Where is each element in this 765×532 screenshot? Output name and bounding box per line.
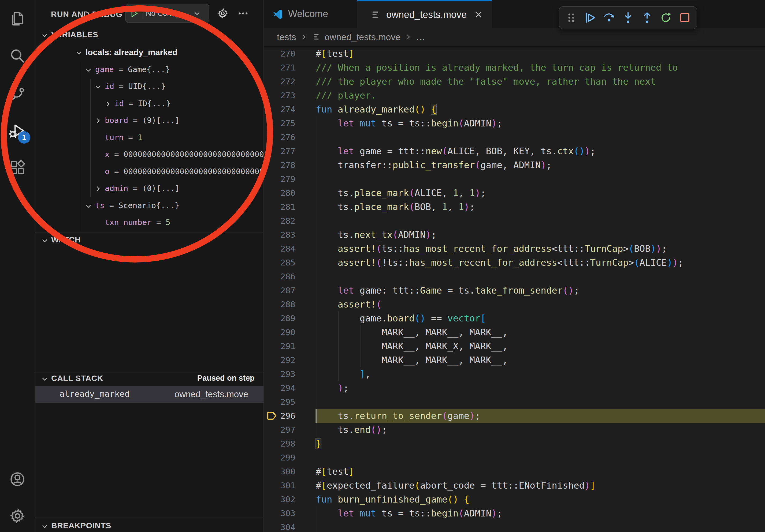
- variable-row[interactable]: game = Game{...}: [35, 62, 264, 79]
- call-stack-frame[interactable]: already_markedowned_tests.move: [35, 386, 264, 402]
- variable-row[interactable]: id = UID{...}: [35, 79, 264, 95]
- code-line[interactable]: }: [316, 437, 321, 450]
- code-line[interactable]: #[test]: [316, 464, 354, 478]
- code-line[interactable]: assert!(!ts::has_most_recent_for_address…: [316, 256, 683, 269]
- line-number[interactable]: 299: [264, 450, 296, 464]
- tab-welcome[interactable]: Welcome: [264, 0, 357, 28]
- code-editor[interactable]: 270#[test]271/// When a position is alre…: [264, 46, 765, 532]
- line-number[interactable]: 290: [264, 325, 296, 339]
- line-number[interactable]: 294: [264, 381, 296, 395]
- code-line[interactable]: #[test]: [316, 47, 354, 61]
- breadcrumb-item[interactable]: owned_tests.move: [325, 32, 401, 42]
- line-number[interactable]: 289: [264, 311, 296, 325]
- code-line[interactable]: ts.place_mark(ALICE, 1, 1);: [316, 186, 486, 200]
- line-number[interactable]: 286: [264, 269, 296, 283]
- line-number[interactable]: 300: [264, 464, 296, 478]
- line-number[interactable]: 295: [264, 395, 296, 409]
- code-line[interactable]: ts.next_tx(ADMIN);: [316, 228, 436, 242]
- line-number[interactable]: 281: [264, 200, 296, 214]
- close-icon[interactable]: [474, 10, 483, 20]
- line-number[interactable]: 288: [264, 297, 296, 311]
- more-actions-icon[interactable]: [237, 8, 249, 19]
- watch-section-header[interactable]: WATCH: [35, 233, 264, 248]
- line-number[interactable]: 293: [264, 367, 296, 381]
- code-line[interactable]: /// player.: [316, 89, 376, 102]
- line-number[interactable]: 279: [264, 172, 296, 186]
- scope-row[interactable]: locals: already_marked: [35, 45, 264, 61]
- variable-row[interactable]: id = ID{...}: [35, 96, 264, 113]
- code-line[interactable]: let mut ts = ts::begin(ADMIN);: [316, 116, 502, 130]
- line-number[interactable]: 274: [264, 102, 296, 116]
- line-number[interactable]: 282: [264, 214, 296, 228]
- line-number[interactable]: 304: [264, 520, 296, 532]
- debug-settings-gear-icon[interactable]: [217, 8, 229, 19]
- call-stack-section-header[interactable]: CALL STACK Paused on step: [35, 371, 264, 386]
- line-number[interactable]: 275: [264, 116, 296, 130]
- code-line[interactable]: ts.end();: [316, 423, 387, 437]
- activity-item-settings-gear[interactable]: [9, 507, 26, 524]
- code-line[interactable]: /// When a position is already marked, t…: [316, 61, 678, 75]
- line-number[interactable]: 285: [264, 256, 296, 269]
- debug-config-dropdown[interactable]: No Configurations: [125, 4, 209, 23]
- line-number[interactable]: 298: [264, 437, 296, 450]
- debug-stop-button[interactable]: [678, 11, 692, 25]
- variable-row[interactable]: txn_number = 5: [35, 215, 264, 231]
- line-number[interactable]: 270: [264, 47, 296, 61]
- tab-owned-tests-move[interactable]: owned_tests.move: [357, 0, 492, 28]
- activity-item-account[interactable]: [9, 471, 26, 488]
- line-number[interactable]: 278: [264, 158, 296, 172]
- variable-row[interactable]: x = 000000000000000000000000000000000…: [35, 146, 264, 163]
- line-number[interactable]: 291: [264, 339, 296, 353]
- line-number[interactable]: 271: [264, 61, 296, 75]
- debug-step-over-button[interactable]: [602, 11, 616, 25]
- line-number[interactable]: 280: [264, 186, 296, 200]
- debug-restart-button[interactable]: [659, 11, 673, 25]
- code-line[interactable]: transfer::public_transfer(game, ADMIN);: [316, 158, 552, 172]
- activity-item-run-and-debug[interactable]: 1: [9, 122, 26, 139]
- code-line[interactable]: #[expected_failure(abort_code = ttt::ENo…: [316, 478, 596, 492]
- variable-row[interactable]: admin = (0)[...]: [35, 180, 264, 197]
- variables-section-header[interactable]: VARIABLES: [35, 28, 264, 43]
- code-line[interactable]: assert!(: [316, 297, 382, 311]
- code-line[interactable]: MARK__, MARK__, MARK__,: [316, 325, 508, 339]
- line-number[interactable]: 273: [264, 89, 296, 102]
- code-line[interactable]: game.board() == vector[: [316, 311, 486, 325]
- breadcrumb-item[interactable]: tests: [277, 32, 296, 42]
- line-number[interactable]: 283: [264, 228, 296, 242]
- debug-step-out-button[interactable]: [640, 11, 654, 25]
- line-number[interactable]: 303: [264, 506, 296, 520]
- code-line[interactable]: /// the player who made the "false" move…: [316, 75, 656, 89]
- breadcrumb-item[interactable]: …: [416, 32, 425, 42]
- variable-row[interactable]: ts = Scenario{...}: [35, 198, 264, 215]
- code-line[interactable]: fun already_marked() {: [316, 102, 436, 116]
- code-line[interactable]: let game: ttt::Game = ts.take_from_sende…: [316, 283, 579, 297]
- activity-item-explorer[interactable]: [9, 10, 26, 27]
- code-line[interactable]: ts.place_mark(BOB, 1, 1);: [316, 200, 475, 214]
- debug-step-into-button[interactable]: [621, 11, 635, 25]
- debug-drag-handle-button[interactable]: [564, 11, 578, 25]
- code-line[interactable]: fun burn_unfinished_game() {: [316, 492, 469, 506]
- line-number[interactable]: 297: [264, 423, 296, 437]
- variable-row[interactable]: o = 000000000000000000000000000000000…: [35, 164, 264, 180]
- start-debug-icon[interactable]: [129, 8, 139, 19]
- activity-item-source-control[interactable]: [9, 84, 26, 101]
- line-number[interactable]: 301: [264, 478, 296, 492]
- code-line[interactable]: );: [316, 381, 349, 395]
- line-number[interactable]: 292: [264, 353, 296, 367]
- line-number[interactable]: 277: [264, 144, 296, 158]
- line-number[interactable]: 284: [264, 242, 296, 256]
- variable-row[interactable]: turn = 1: [35, 130, 264, 146]
- line-number[interactable]: 287: [264, 283, 296, 297]
- variable-row[interactable]: board = (9)[...]: [35, 113, 264, 130]
- code-line[interactable]: assert!(ts::has_most_recent_for_address<…: [316, 242, 667, 256]
- code-line[interactable]: MARK__, MARK_X, MARK__,: [316, 339, 508, 353]
- code-line[interactable]: MARK__, MARK__, MARK__,: [316, 353, 508, 367]
- line-number[interactable]: 272: [264, 75, 296, 89]
- activity-item-search[interactable]: [9, 47, 26, 65]
- activity-item-extensions[interactable]: [9, 159, 26, 176]
- code-line[interactable]: ts.return_to_sender(game);: [316, 409, 480, 423]
- code-line[interactable]: ],: [316, 367, 371, 381]
- code-line[interactable]: let game = ttt::new(ALICE, BOB, KEY, ts.…: [316, 144, 596, 158]
- debug-continue-button[interactable]: [583, 11, 597, 25]
- line-number[interactable]: 276: [264, 130, 296, 144]
